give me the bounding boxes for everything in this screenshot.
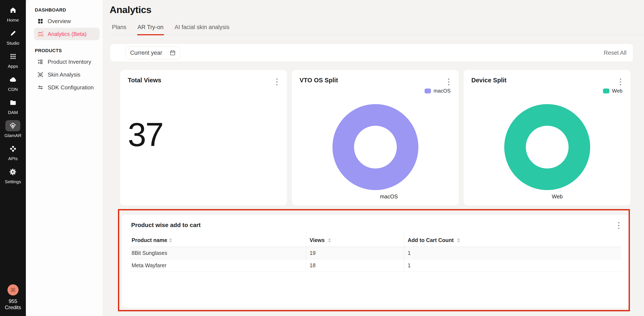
reset-all-button[interactable]: Reset All — [604, 50, 627, 56]
card-product-wise-add-to-cart: Product wise add to cart Product name Vi… — [122, 215, 629, 308]
rail-item-label: CDN — [8, 87, 18, 92]
sort-icon — [328, 238, 331, 242]
legend-label: Web — [612, 88, 622, 94]
kebab-menu-icon[interactable] — [617, 221, 620, 230]
folder-icon — [6, 97, 20, 108]
cell-views: 18 — [306, 259, 404, 271]
rail-item-settings[interactable]: Settings — [5, 166, 21, 184]
sidebar-item-product-inventory[interactable]: Product Inventory — [34, 56, 100, 68]
card-device-split: Device Split Web Web — [464, 70, 630, 205]
main-content: Analytics Plans AR Try-on AI facial skin… — [102, 0, 644, 316]
rail-item-label: GlamAR — [4, 133, 21, 138]
rail-item-dam[interactable]: DAM — [6, 97, 20, 115]
cloud-icon — [6, 74, 20, 85]
page-title: Analytics — [110, 4, 152, 16]
sidebar-item-label: SDK Configuration — [48, 84, 94, 91]
cell-add-to-cart-count: 1 — [404, 247, 621, 259]
rail-item-label: Apps — [8, 64, 18, 69]
cell-views: 19 — [306, 247, 404, 259]
card-title: VTO OS Split — [300, 77, 451, 84]
rail-item-label: Settings — [5, 179, 21, 184]
legend-swatch — [603, 89, 610, 93]
rail-item-label: DAM — [8, 110, 18, 115]
rail-item-apis[interactable]: APIs — [6, 143, 20, 161]
sidebar-section-products: PRODUCTS — [35, 48, 100, 54]
rail-item-apps[interactable]: Apps — [6, 51, 20, 69]
date-range-select[interactable]: Current year — [125, 46, 180, 60]
rail-item-label: Studio — [6, 41, 20, 46]
sidebar-item-label: Product Inventory — [48, 59, 91, 65]
column-label: Add to Cart Count — [408, 237, 454, 243]
rail-item-cdn[interactable]: CDN — [6, 74, 20, 92]
table-header-row: Product name Views Add to Cart Count — [130, 234, 621, 247]
rail-item-studio[interactable]: Studio — [6, 28, 20, 46]
column-header-product-name[interactable]: Product name — [130, 234, 306, 247]
rail-item-home[interactable]: Home — [6, 5, 20, 23]
tab-plans[interactable]: Plans — [112, 24, 127, 35]
date-range-value: Current year — [130, 50, 162, 56]
cards-row: Total Views 37 VTO OS Split macOS macOS … — [120, 70, 630, 205]
tab-bar: Plans AR Try-on AI facial skin analysis — [110, 24, 644, 35]
donut-chart-device-split — [504, 104, 590, 190]
cell-add-to-cart-count: 1 — [404, 259, 621, 271]
kebab-menu-icon[interactable] — [276, 78, 278, 86]
sidebar-item-skin-analysis[interactable]: Skin Analysis — [34, 68, 100, 81]
kebab-menu-icon[interactable] — [447, 78, 450, 86]
card-title: Total Views — [128, 77, 279, 84]
total-views-value: 37 — [128, 118, 279, 151]
rail-item-glamar[interactable]: GlamAR — [4, 120, 21, 138]
calendar-icon — [170, 50, 176, 56]
overview-grid-icon — [37, 18, 44, 25]
rail-item-label: APIs — [8, 156, 18, 161]
table-row: 8Bit Sunglases 19 1 — [130, 247, 621, 259]
app-root: Home Studio Apps CDN — [0, 0, 644, 316]
sidebar: DASHBOARD Overview — [26, 0, 102, 316]
pencil-icon — [6, 28, 20, 39]
table-row: Meta Wayfarer 18 1 — [130, 259, 621, 272]
kebab-menu-icon[interactable] — [619, 78, 622, 86]
api-diamond-icon — [6, 143, 20, 154]
apps-grid-icon — [6, 51, 20, 62]
donut-chart-vto-os-split — [332, 104, 418, 190]
credits-widget[interactable]: 955 Credits — [5, 284, 21, 310]
credits-avatar — [8, 284, 18, 295]
sidebar-section-dashboard: DASHBOARD — [35, 7, 100, 13]
sidebar-gap — [34, 41, 100, 46]
credits-label: Credits — [5, 304, 21, 310]
column-label: Views — [310, 237, 324, 243]
column-label: Product name — [132, 237, 167, 243]
tab-ai-facial-skin-analysis[interactable]: AI facial skin analysis — [174, 24, 230, 35]
rail-item-label: Home — [7, 18, 19, 23]
icon-rail: Home Studio Apps CDN — [0, 0, 26, 316]
sidebar-item-label: Skin Analysis — [48, 71, 80, 78]
card-total-views: Total Views 37 — [120, 70, 287, 205]
donut-slice-label: Web — [552, 193, 563, 200]
table-title: Product wise add to cart — [131, 222, 621, 228]
legend-item-macos[interactable]: macOS — [424, 88, 451, 94]
sidebar-item-overview[interactable]: Overview — [34, 15, 100, 27]
cell-product-name: Meta Wayfarer — [130, 259, 306, 271]
card-vto-os-split: VTO OS Split macOS macOS — [292, 70, 459, 205]
filter-bar: Current year Reset All — [110, 44, 633, 62]
inventory-list-icon — [37, 58, 44, 65]
sliders-icon — [37, 84, 44, 91]
sort-icon — [457, 238, 460, 242]
tab-ar-try-on[interactable]: AR Try-on — [137, 24, 164, 35]
column-header-views[interactable]: Views — [306, 234, 404, 247]
donut-slice-label: macOS — [380, 193, 398, 200]
analytics-chart-icon — [37, 31, 44, 38]
cell-product-name: 8Bit Sunglases — [130, 247, 306, 259]
legend-swatch — [424, 89, 431, 93]
face-scan-icon — [37, 71, 44, 78]
legend-item-web[interactable]: Web — [603, 88, 622, 94]
sidebar-item-sdk-configuration[interactable]: SDK Configuration — [34, 81, 100, 94]
card-title: Device Split — [471, 77, 623, 84]
column-header-add-to-cart-count[interactable]: Add to Cart Count — [404, 234, 621, 247]
gem-icon — [5, 120, 20, 131]
sidebar-item-label: Analytics (Beta) — [48, 31, 86, 38]
sidebar-item-analytics-beta[interactable]: Analytics (Beta) — [34, 28, 100, 40]
credits-value: 955 — [8, 298, 17, 304]
sort-icon — [169, 238, 172, 242]
sidebar-item-label: Overview — [48, 18, 71, 25]
legend-label: macOS — [434, 88, 451, 94]
